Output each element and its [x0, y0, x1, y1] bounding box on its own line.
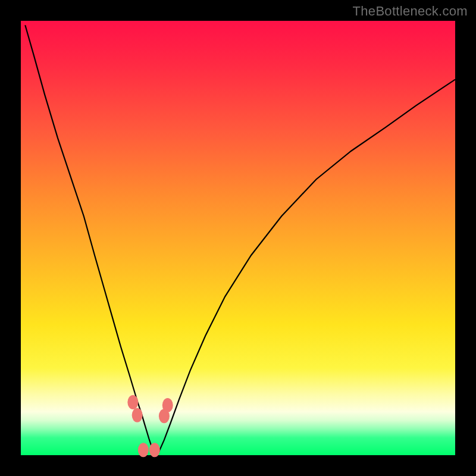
highlight-marker	[149, 443, 160, 457]
chart-root: TheBottleneck.com	[0, 0, 476, 476]
left-curve	[25, 25, 153, 452]
curves-layer	[21, 21, 455, 455]
highlight-marker	[138, 443, 149, 457]
highlight-marker	[162, 398, 173, 412]
markers	[127, 395, 173, 457]
highlight-marker	[132, 408, 143, 422]
highlight-marker	[127, 395, 138, 409]
right-curve	[159, 80, 455, 452]
plot-area	[21, 21, 455, 455]
watermark-label: TheBottleneck.com	[353, 4, 468, 19]
